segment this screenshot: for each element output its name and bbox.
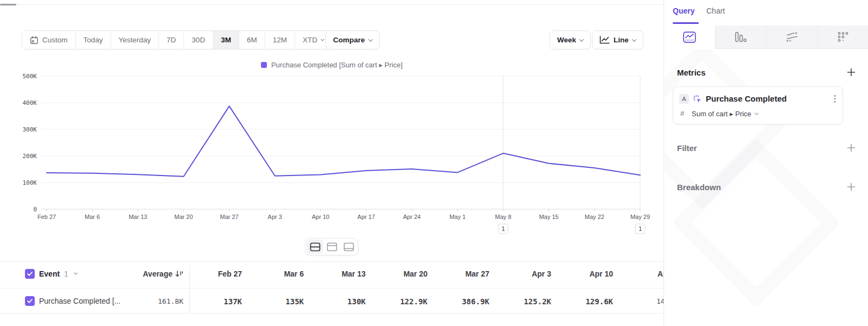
event-count: 1 xyxy=(64,269,68,278)
chart-type-label: Line xyxy=(614,36,629,44)
cell-value: 122.9K xyxy=(366,297,427,306)
range-button-yesterday[interactable]: Yesterday xyxy=(111,31,159,49)
metric-event-name: Purchase Completed xyxy=(706,94,787,103)
x-axis-tick: Feb 27 xyxy=(37,214,56,220)
range-button-3m[interactable]: 3M xyxy=(213,31,239,49)
average-column-header[interactable]: Average xyxy=(98,269,183,278)
range-button-7d[interactable]: 7D xyxy=(158,31,183,49)
metric-aggregation-selector[interactable]: Sum of cart ▸ Price xyxy=(692,110,758,118)
range-label: Today xyxy=(84,36,103,44)
average-label: Average xyxy=(143,269,173,278)
chart-legend[interactable]: Purchase Completed [Sum of cart ▸ Price] xyxy=(0,61,663,69)
y-axis-tick: 0 xyxy=(33,206,37,213)
range-label: 6M xyxy=(247,36,257,44)
range-button-12m[interactable]: 12M xyxy=(265,31,295,49)
row-average-cell: 161.8K xyxy=(98,297,183,305)
insights-report-page: CustomTodayYesterday7D30D3M6M12MXTD Comp… xyxy=(0,0,868,326)
tab-retention[interactable] xyxy=(818,26,868,49)
chart-type-button[interactable]: Line xyxy=(592,30,643,49)
svg-text:1: 1 xyxy=(501,225,505,233)
chevron-down-icon xyxy=(321,37,324,41)
add-breakdown-button[interactable] xyxy=(846,183,856,192)
annotation-badge[interactable]: 1 xyxy=(499,224,508,234)
line-chart-icon xyxy=(599,36,610,44)
kebab-icon xyxy=(834,95,836,103)
compare-button[interactable]: Compare xyxy=(326,30,380,49)
analysis-type-tabs xyxy=(664,26,868,49)
y-axis-tick: 400K xyxy=(23,99,37,106)
split-view-button[interactable] xyxy=(307,240,323,254)
cell-value: 125.2K xyxy=(489,297,551,306)
chevron-down-icon[interactable] xyxy=(74,271,78,275)
range-label: 30D xyxy=(192,36,205,44)
split-view-icon xyxy=(310,242,321,252)
metric-menu-button[interactable] xyxy=(833,93,837,106)
range-button-30d[interactable]: 30D xyxy=(183,31,213,49)
x-axis-tick: Mar 20 xyxy=(174,214,193,220)
y-axis-tick: 200K xyxy=(23,153,37,160)
metric-card[interactable]: A Purchase Completed # Sum of cart xyxy=(673,86,843,124)
annotation-badge[interactable]: 1 xyxy=(635,224,645,234)
line-chart[interactable]: 0100K200K300K400K500KFeb 27Mar 6Mar 13Ma… xyxy=(0,70,663,239)
date-column-header: Apr 3 xyxy=(489,269,551,278)
plus-icon xyxy=(847,68,856,77)
insights-chart-icon xyxy=(683,32,696,43)
add-filter-button[interactable] xyxy=(846,143,856,153)
row-checkbox[interactable] xyxy=(25,296,35,306)
granularity-button[interactable]: Week xyxy=(550,30,591,49)
metrics-section-title: Metrics xyxy=(677,68,706,77)
range-button-custom[interactable]: Custom xyxy=(22,31,75,49)
date-column-header: Feb 27 xyxy=(191,269,242,278)
date-range-selector: CustomTodayYesterday7D30D3M6M12MXTD xyxy=(22,30,332,49)
table-only-button[interactable] xyxy=(340,240,357,254)
range-label: 7D xyxy=(167,36,176,44)
legend-label: Purchase Completed [Sum of cart ▸ Price] xyxy=(271,61,403,69)
granularity-label: Week xyxy=(557,36,576,44)
funnel-bars-icon xyxy=(735,32,746,42)
x-axis-tick: May 22 xyxy=(585,214,604,220)
panel-watermark xyxy=(672,138,840,307)
layout-toggle xyxy=(305,238,359,255)
date-column-header: Mar 6 xyxy=(242,269,304,278)
top-scroll-indicator[interactable] xyxy=(0,4,16,5)
event-click-icon xyxy=(693,95,702,104)
check-icon xyxy=(27,272,33,276)
chart-only-button[interactable] xyxy=(323,240,340,254)
x-axis-tick: May 1 xyxy=(449,214,465,220)
sort-icon xyxy=(175,270,183,278)
range-button-today[interactable]: Today xyxy=(75,31,111,49)
calendar-icon xyxy=(30,36,39,45)
x-axis-tick: Apr 10 xyxy=(312,214,329,220)
cell-value: 130K xyxy=(304,297,366,306)
tab-query[interactable]: Query xyxy=(673,7,694,15)
x-axis-tick: May 29 xyxy=(630,214,650,220)
x-axis-tick: Mar 6 xyxy=(85,214,100,220)
table-header-row: Event 1 Average Feb 27Mar 6Mar 13Mar 20M… xyxy=(0,262,663,289)
tab-funnels[interactable] xyxy=(715,26,767,49)
series-line[interactable] xyxy=(47,106,640,176)
add-metric-button[interactable] xyxy=(846,68,856,78)
x-axis-tick: Mar 13 xyxy=(129,214,147,220)
date-column-headers: Feb 27Mar 6Mar 13Mar 20Mar 27Apr 3Apr 10 xyxy=(191,269,613,278)
tab-flows[interactable] xyxy=(766,26,818,49)
x-axis-tick: Mar 27 xyxy=(220,214,238,220)
row-value-cells: 137K135K130K122.9K386.9K125.2K129.6K xyxy=(191,297,613,306)
chevron-down-icon xyxy=(579,37,584,41)
metric-letter-badge: A xyxy=(679,94,689,104)
event-column-header: Event xyxy=(39,269,60,278)
x-axis-tick: May 15 xyxy=(539,214,559,220)
select-all-checkbox[interactable] xyxy=(25,269,35,279)
range-label: 12M xyxy=(273,36,287,44)
clipped-date-header: Apr xyxy=(658,269,663,278)
top-divider xyxy=(0,4,663,5)
tab-insights[interactable] xyxy=(664,26,715,49)
date-column-header: Mar 20 xyxy=(366,269,427,278)
aggregation-label: Sum of cart ▸ Price xyxy=(692,110,751,118)
plus-icon xyxy=(847,143,856,152)
range-button-6m[interactable]: 6M xyxy=(239,31,265,49)
range-label: Yesterday xyxy=(119,36,151,44)
range-label: 3M xyxy=(221,36,231,44)
table-row[interactable]: Purchase Completed [... 161.8K 137K135K1… xyxy=(0,289,663,314)
range-label: Custom xyxy=(42,36,68,44)
tab-chart[interactable]: Chart xyxy=(706,7,725,15)
